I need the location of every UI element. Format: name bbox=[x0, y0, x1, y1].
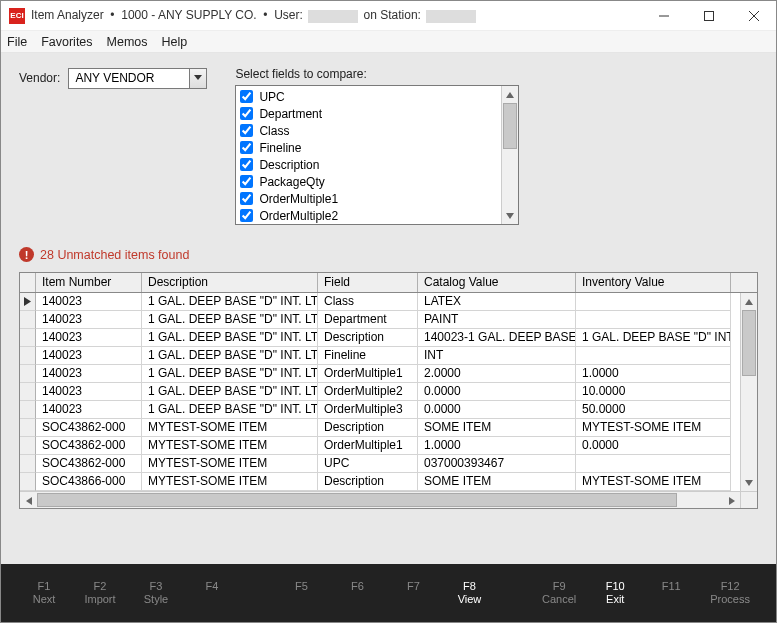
cell[interactable]: PAINT bbox=[418, 311, 576, 329]
field-item[interactable]: Department bbox=[238, 105, 516, 122]
cell[interactable]: 140023 bbox=[36, 293, 142, 311]
maximize-button[interactable] bbox=[686, 1, 731, 31]
row-selector[interactable] bbox=[20, 383, 36, 401]
menu-favorites[interactable]: Favorites bbox=[41, 35, 92, 49]
fkey-f2[interactable]: F2Import bbox=[83, 580, 117, 606]
cell[interactable]: 1 GAL. DEEP BASE "D" INT. LTX bbox=[142, 383, 318, 401]
table-row[interactable]: 1400231 GAL. DEEP BASE "D" INT. LTXOrder… bbox=[20, 365, 757, 383]
cell[interactable]: MYTEST-SOME ITEM bbox=[142, 473, 318, 491]
table-row[interactable]: 1400231 GAL. DEEP BASE "D" INT. LTXFinel… bbox=[20, 347, 757, 365]
cell[interactable]: SOC43862-000 bbox=[36, 437, 142, 455]
row-selector[interactable] bbox=[20, 365, 36, 383]
cell[interactable] bbox=[576, 311, 731, 329]
scroll-up-icon[interactable] bbox=[502, 86, 518, 103]
fkey-f4[interactable]: F4 bbox=[195, 580, 229, 606]
row-selector[interactable] bbox=[20, 437, 36, 455]
cell[interactable]: 140023 bbox=[36, 401, 142, 419]
cell[interactable]: SOME ITEM bbox=[418, 473, 576, 491]
scroll-up-icon[interactable] bbox=[741, 293, 757, 310]
scroll-thumb[interactable] bbox=[503, 103, 517, 149]
col-description[interactable]: Description bbox=[142, 273, 318, 292]
cell[interactable]: OrderMultiple1 bbox=[318, 437, 418, 455]
field-item[interactable]: PackageQty bbox=[238, 173, 516, 190]
vendor-combo[interactable]: ANY VENDOR bbox=[68, 68, 207, 89]
field-checkbox[interactable] bbox=[240, 141, 253, 154]
row-selector[interactable] bbox=[20, 329, 36, 347]
cell[interactable]: 0.0000 bbox=[576, 437, 731, 455]
cell[interactable]: Description bbox=[318, 419, 418, 437]
table-row[interactable]: SOC43862-000MYTEST-SOME ITEMUPC037000393… bbox=[20, 455, 757, 473]
cell[interactable]: SOC43862-000 bbox=[36, 455, 142, 473]
row-selector[interactable] bbox=[20, 455, 36, 473]
fkey-f6[interactable]: F6 bbox=[341, 580, 375, 606]
row-selector[interactable] bbox=[20, 347, 36, 365]
results-grid[interactable]: Item Number Description Field Catalog Va… bbox=[19, 272, 758, 509]
minimize-button[interactable] bbox=[641, 1, 686, 31]
field-checkbox[interactable] bbox=[240, 175, 253, 188]
table-row[interactable]: SOC43862-000MYTEST-SOME ITEMDescriptionS… bbox=[20, 419, 757, 437]
table-row[interactable]: 1400231 GAL. DEEP BASE "D" INT. LTXDescr… bbox=[20, 329, 757, 347]
field-checkbox[interactable] bbox=[240, 124, 253, 137]
cell[interactable]: MYTEST-SOME ITEM bbox=[142, 419, 318, 437]
cell[interactable]: MYTEST-SOME ITEM bbox=[576, 419, 731, 437]
cell[interactable]: 140023 bbox=[36, 311, 142, 329]
cell[interactable]: OrderMultiple3 bbox=[318, 401, 418, 419]
fkey-f1[interactable]: F1Next bbox=[27, 580, 61, 606]
cell[interactable]: 50.0000 bbox=[576, 401, 731, 419]
grid-hscrollbar[interactable] bbox=[20, 491, 740, 508]
fkey-f3[interactable]: F3Style bbox=[139, 580, 173, 606]
cell[interactable]: 140023 bbox=[36, 329, 142, 347]
cell[interactable]: Department bbox=[318, 311, 418, 329]
cell[interactable]: 0.0000 bbox=[418, 383, 576, 401]
col-field[interactable]: Field bbox=[318, 273, 418, 292]
field-item[interactable]: UPC bbox=[238, 88, 516, 105]
col-item-number[interactable]: Item Number bbox=[36, 273, 142, 292]
row-selector[interactable] bbox=[20, 311, 36, 329]
fkey-f7[interactable]: F7 bbox=[397, 580, 431, 606]
cell[interactable]: 1.0000 bbox=[576, 365, 731, 383]
menu-memos[interactable]: Memos bbox=[107, 35, 148, 49]
table-row[interactable]: 1400231 GAL. DEEP BASE "D" INT. LTXOrder… bbox=[20, 383, 757, 401]
cell[interactable]: 140023 bbox=[36, 365, 142, 383]
scroll-thumb[interactable] bbox=[37, 493, 677, 507]
cell[interactable]: MYTEST-SOME ITEM bbox=[142, 455, 318, 473]
cell[interactable]: UPC bbox=[318, 455, 418, 473]
cell[interactable]: OrderMultiple1 bbox=[318, 365, 418, 383]
cell[interactable]: 140023 bbox=[36, 383, 142, 401]
row-selector[interactable] bbox=[20, 419, 36, 437]
row-selector[interactable] bbox=[20, 293, 36, 311]
cell[interactable]: SOC43866-000 bbox=[36, 473, 142, 491]
row-selector[interactable] bbox=[20, 401, 36, 419]
close-button[interactable] bbox=[731, 1, 776, 31]
field-checkbox[interactable] bbox=[240, 90, 253, 103]
chevron-down-icon[interactable] bbox=[189, 69, 206, 88]
cell[interactable]: 1.0000 bbox=[418, 437, 576, 455]
cell[interactable]: 140023 bbox=[36, 347, 142, 365]
cell[interactable]: Class bbox=[318, 293, 418, 311]
menu-file[interactable]: File bbox=[7, 35, 27, 49]
cell[interactable]: SOC43862-000 bbox=[36, 419, 142, 437]
menu-help[interactable]: Help bbox=[162, 35, 188, 49]
fields-listbox[interactable]: UPCDepartmentClassFinelineDescriptionPac… bbox=[235, 85, 519, 225]
cell[interactable]: Description bbox=[318, 329, 418, 347]
col-catalog-value[interactable]: Catalog Value bbox=[418, 273, 576, 292]
scroll-down-icon[interactable] bbox=[502, 207, 518, 224]
field-item[interactable]: OrderMultiple2 bbox=[238, 207, 516, 224]
cell[interactable]: MYTEST-SOME ITEM bbox=[576, 473, 731, 491]
fkey-f8[interactable]: F8View bbox=[453, 580, 487, 606]
cell[interactable]: 1 GAL. DEEP BASE "D" INT. LTX bbox=[142, 401, 318, 419]
cell[interactable]: 1 GAL. DEEP BASE "D" INT. LTX bbox=[142, 293, 318, 311]
field-item[interactable]: Description bbox=[238, 156, 516, 173]
cell[interactable]: 037000393467 bbox=[418, 455, 576, 473]
scroll-thumb[interactable] bbox=[742, 310, 756, 376]
fields-scrollbar[interactable] bbox=[501, 86, 518, 224]
table-row[interactable]: SOC43862-000MYTEST-SOME ITEMOrderMultipl… bbox=[20, 437, 757, 455]
cell[interactable]: Fineline bbox=[318, 347, 418, 365]
col-inventory-value[interactable]: Inventory Value bbox=[576, 273, 731, 292]
cell[interactable]: INT bbox=[418, 347, 576, 365]
cell[interactable]: Description bbox=[318, 473, 418, 491]
field-checkbox[interactable] bbox=[240, 158, 253, 171]
cell[interactable]: 1 GAL. DEEP BASE "D" INT. LTX bbox=[142, 365, 318, 383]
cell[interactable]: SOME ITEM bbox=[418, 419, 576, 437]
scroll-left-icon[interactable] bbox=[20, 492, 37, 509]
